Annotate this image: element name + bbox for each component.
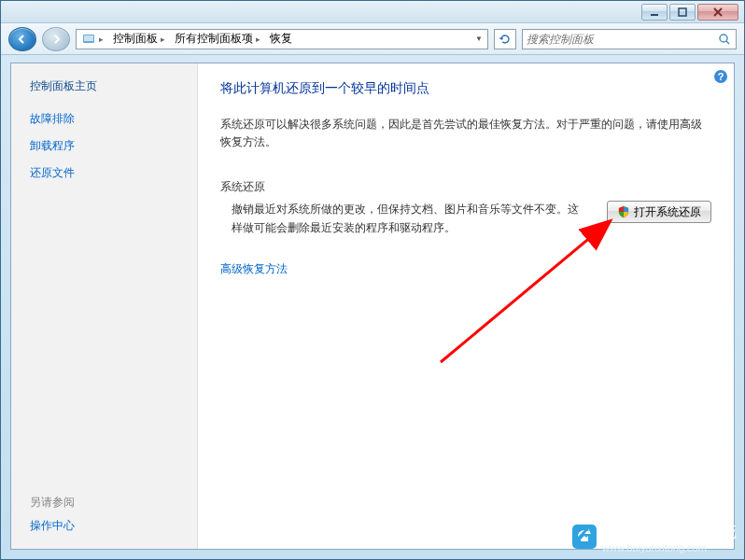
- maximize-icon: [678, 7, 687, 17]
- maximize-button[interactable]: [669, 4, 696, 21]
- watermark-site: www.baiyunxitong.com: [602, 542, 737, 553]
- svg-rect-3: [84, 35, 93, 41]
- address-bar[interactable]: ▸ 控制面板 ▸ 所有控制面板项 ▸ 恢复 ▼: [76, 29, 488, 49]
- main-content: 将此计算机还原到一个较早的时间点 系统还原可以解决很多系统问题，因此是首先尝试的…: [198, 63, 734, 549]
- see-also: 另请参阅 操作中心: [30, 495, 75, 534]
- breadcrumb-label: 所有控制面板项: [175, 31, 253, 47]
- address-dropdown-icon[interactable]: ▼: [475, 35, 485, 43]
- minimize-icon: [650, 7, 659, 17]
- breadcrumb-item-2[interactable]: 所有控制面板项 ▸: [172, 31, 263, 47]
- watermark-text-wrap: 白云一键重装系统 www.baiyunxitong.com: [602, 520, 737, 553]
- restore-description: 撤销最近对系统所做的更改，但保持文档、图片和音乐等文件不变。这样做可能会删除最近…: [232, 201, 588, 236]
- navbar: ▸ 控制面板 ▸ 所有控制面板项 ▸ 恢复 ▼: [1, 23, 744, 55]
- section-label: 系统还原: [220, 179, 711, 195]
- close-button[interactable]: [697, 4, 738, 21]
- control-panel-icon: [81, 32, 96, 47]
- svg-rect-1: [679, 8, 686, 16]
- forward-arrow-icon: [50, 34, 62, 45]
- titlebar: [1, 1, 744, 23]
- chevron-right-icon: ▸: [256, 35, 260, 44]
- sidebar-link-uninstall[interactable]: 卸载程序: [30, 138, 178, 154]
- svg-point-4: [720, 35, 727, 42]
- back-arrow-icon: [17, 34, 28, 45]
- back-button[interactable]: [8, 27, 36, 51]
- sidebar: 控制面板主页 故障排除 卸载程序 还原文件 另请参阅 操作中心: [11, 63, 198, 549]
- breadcrumb-label: 恢复: [270, 31, 292, 47]
- chevron-right-icon: ▸: [161, 35, 165, 44]
- breadcrumb-item-1[interactable]: 控制面板 ▸: [110, 31, 168, 47]
- breadcrumb-root[interactable]: ▸: [78, 32, 106, 47]
- refresh-button[interactable]: [494, 29, 516, 49]
- watermark-text: 白云一键重装系统: [602, 520, 737, 542]
- see-also-action-center[interactable]: 操作中心: [30, 518, 75, 534]
- close-icon: [713, 7, 723, 17]
- search-box[interactable]: [522, 29, 737, 49]
- page-description: 系统还原可以解决很多系统问题，因此是首先尝试的最佳恢复方法。对于严重的问题，请使…: [220, 116, 711, 151]
- sidebar-link-restore-files[interactable]: 还原文件: [30, 165, 178, 181]
- search-icon[interactable]: [717, 32, 732, 47]
- watermark-logo-icon: [572, 525, 597, 549]
- chevron-right-icon: ▸: [99, 35, 104, 44]
- svg-rect-0: [651, 14, 658, 16]
- advanced-recovery-link[interactable]: 高级恢复方法: [220, 261, 711, 277]
- sidebar-link-troubleshoot[interactable]: 故障排除: [30, 111, 178, 127]
- sidebar-home-link[interactable]: 控制面板主页: [30, 78, 178, 94]
- page-title: 将此计算机还原到一个较早的时间点: [220, 80, 711, 97]
- button-label: 打开系统还原: [634, 204, 701, 220]
- open-system-restore-button[interactable]: 打开系统还原: [607, 201, 711, 223]
- uac-shield-icon: [617, 205, 630, 218]
- breadcrumb-item-3[interactable]: 恢复: [267, 31, 295, 47]
- see-also-label: 另请参阅: [30, 495, 75, 511]
- forward-button[interactable]: [42, 27, 70, 51]
- content-frame: ? 控制面板主页 故障排除 卸载程序 还原文件 另请参阅 操作中心 将此计算机还…: [10, 63, 735, 550]
- minimize-button[interactable]: [641, 4, 668, 21]
- refresh-icon: [499, 33, 512, 46]
- search-input[interactable]: [527, 33, 717, 46]
- breadcrumb-label: 控制面板: [113, 31, 158, 47]
- window-root: ▸ 控制面板 ▸ 所有控制面板项 ▸ 恢复 ▼: [0, 0, 745, 560]
- watermark: 白云一键重装系统 www.baiyunxitong.com: [572, 520, 737, 553]
- restore-row: 撤销最近对系统所做的更改，但保持文档、图片和音乐等文件不变。这样做可能会删除最近…: [220, 201, 711, 236]
